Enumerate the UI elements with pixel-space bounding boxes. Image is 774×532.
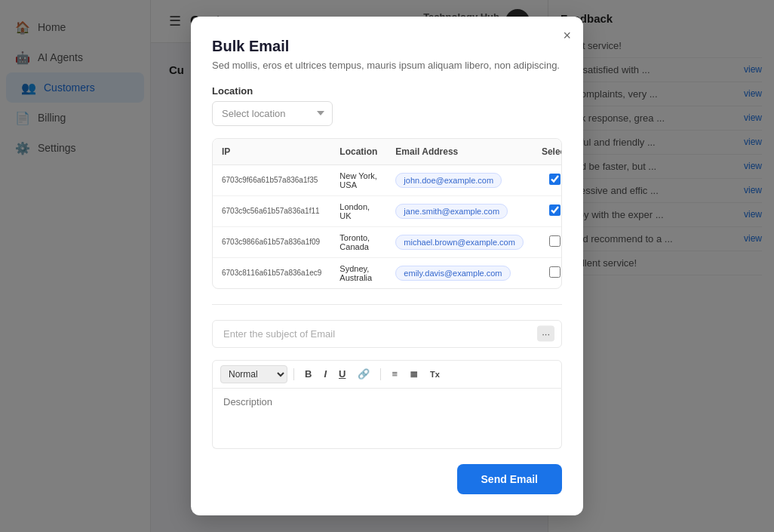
cell-location: Sydney, Australia: [330, 257, 386, 288]
cell-location: New York, USA: [330, 165, 386, 195]
col-location: Location: [330, 139, 386, 165]
cell-email: michael.brown@example.com: [386, 226, 533, 257]
modal-header: Bulk Email Sed mollis, eros et ultrices …: [212, 38, 562, 73]
cell-ip: 6703c9f66a61b57a836a1f35: [213, 165, 330, 195]
customers-table: IP Location Email Address Select 6703c9f…: [213, 139, 562, 289]
ordered-list-button[interactable]: ≡: [387, 365, 402, 383]
location-select[interactable]: Select location New York, USA London, UK…: [212, 101, 333, 126]
toolbar-separator-1: [293, 368, 294, 380]
customers-table-wrapper: IP Location Email Address Select 6703c9f…: [212, 138, 562, 289]
cell-select: [533, 165, 562, 195]
row-checkbox-1[interactable]: [549, 204, 561, 216]
table-body: 6703c9f66a61b57a836a1f35 New York, USA j…: [213, 165, 562, 289]
location-section: Location Select location New York, USA L…: [212, 85, 562, 126]
description-textarea[interactable]: [212, 389, 562, 449]
subject-input[interactable]: [212, 320, 562, 348]
cell-location: Berlin, Germany: [330, 288, 386, 289]
cell-select: [533, 288, 562, 289]
cell-ip: 6703c9c56a61b57a836a1f11: [213, 195, 330, 226]
editor-toolbar: Normal Heading 1 Heading 2 B I U 🔗 ≡ ≣ T…: [212, 360, 562, 389]
email-badge: emily.davis@example.com: [395, 266, 510, 281]
location-label: Location: [212, 85, 562, 97]
cell-location: London, UK: [330, 195, 386, 226]
cell-select: [533, 226, 562, 257]
cell-email: john.doe@example.com: [386, 165, 533, 195]
modal-overlay: × Bulk Email Sed mollis, eros et ultrice…: [0, 0, 774, 532]
format-select[interactable]: Normal Heading 1 Heading 2: [220, 365, 287, 383]
col-ip: IP: [213, 139, 330, 165]
cell-select: [533, 257, 562, 288]
cell-ip: 6703c6736a61b57a836a1df2: [213, 288, 330, 289]
subject-wrapper: ···: [212, 320, 562, 348]
table-row: 6703c9c56a61b57a836a1f11 London, UK jane…: [213, 195, 562, 226]
row-checkbox-2[interactable]: [549, 235, 561, 247]
modal-title: Bulk Email: [212, 38, 562, 55]
divider: [212, 304, 562, 305]
email-badge: jane.smith@example.com: [395, 204, 508, 219]
underline-button[interactable]: U: [334, 365, 350, 383]
unordered-list-button[interactable]: ≣: [405, 365, 422, 383]
cell-ip: 6703c9866a61b57a836a1f09: [213, 226, 330, 257]
bulk-email-modal: × Bulk Email Sed mollis, eros et ultrice…: [191, 17, 583, 515]
bold-button[interactable]: B: [300, 365, 316, 383]
cell-email: emily.davis@example.com: [386, 257, 533, 288]
send-email-button[interactable]: Send Email: [457, 464, 562, 494]
table-header-row: IP Location Email Address Select: [213, 139, 562, 165]
table-row: 6703c8116a61b57a836a1ec9 Sydney, Austral…: [213, 257, 562, 288]
email-badge: john.doe@example.com: [395, 173, 502, 188]
row-checkbox-0[interactable]: [549, 174, 561, 185]
cell-email: robert.wilson@example.com: [386, 288, 533, 289]
close-button[interactable]: ×: [563, 29, 571, 42]
editor-container: Normal Heading 1 Heading 2 B I U 🔗 ≡ ≣ T…: [212, 360, 562, 452]
cell-ip: 6703c8116a61b57a836a1ec9: [213, 257, 330, 288]
link-button[interactable]: 🔗: [353, 365, 374, 383]
modal-subtitle: Sed mollis, eros et ultrices tempus, mau…: [212, 58, 562, 73]
email-badge: michael.brown@example.com: [395, 235, 524, 250]
table-row: 6703c9f66a61b57a836a1f35 New York, USA j…: [213, 165, 562, 195]
cell-location: Toronto, Canada: [330, 226, 386, 257]
col-email: Email Address: [386, 139, 533, 165]
clear-format-button[interactable]: Tx: [425, 367, 444, 382]
row-checkbox-3[interactable]: [549, 266, 561, 278]
emoji-button[interactable]: ···: [537, 326, 554, 342]
table-row: 6703c9866a61b57a836a1f09 Toronto, Canada…: [213, 226, 562, 257]
italic-button[interactable]: I: [319, 365, 331, 383]
col-select: Select: [533, 139, 562, 165]
table-row: 6703c6736a61b57a836a1df2 Berlin, Germany…: [213, 288, 562, 289]
cell-select: [533, 195, 562, 226]
cell-email: jane.smith@example.com: [386, 195, 533, 226]
toolbar-separator-2: [380, 368, 381, 380]
